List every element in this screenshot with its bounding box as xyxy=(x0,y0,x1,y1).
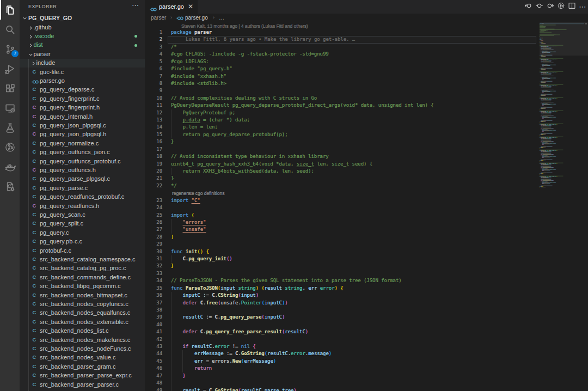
tree-file-pg-query-internal-h[interactable]: Cpg_query_internal.h xyxy=(20,112,145,121)
tree-file-src-backend-libpq-pqcomm-c[interactable]: Csrc_backend_libpq_pqcomm.c xyxy=(20,282,145,291)
code-token: pg_query_free_parse_result xyxy=(206,329,281,334)
code-token xyxy=(171,300,182,306)
go-file-icon xyxy=(176,16,183,22)
code-token: inputC xyxy=(182,292,200,298)
code-token: = xyxy=(200,388,209,391)
tree-file-src-backend-parser-parse-expr-c[interactable]: Csrc_backend_parser_parse_expr.c xyxy=(20,371,145,380)
tree-file-src-backend-nodes-makefuncs-c[interactable]: Csrc_backend_nodes_makefuncs.c xyxy=(20,335,145,344)
activity-item-remote-explorer[interactable] xyxy=(0,98,20,118)
tree-file-pg-query-fingerprint-c[interactable]: Cpg_query_fingerprint.c xyxy=(20,94,145,103)
tree-file-src-backend-nodes-extensible-c[interactable]: Csrc_backend_nodes_extensible.c xyxy=(20,317,145,326)
code-line-1: package parser xyxy=(171,29,212,36)
tree-file-src-backend-nodes-bitmapset-c[interactable]: Csrc_backend_nodes_bitmapset.c xyxy=(20,291,145,300)
activity-item-search[interactable] xyxy=(0,20,20,39)
explorer-more-icon[interactable]: ⋯ xyxy=(132,1,139,9)
tab-action-open-changes[interactable] xyxy=(534,2,544,13)
code-line-32: } xyxy=(171,262,174,270)
tab-action-git-graph-view[interactable] xyxy=(555,2,566,13)
tab-action-open-next-change[interactable] xyxy=(544,2,555,13)
tree-file-pg-query-deparse-c[interactable]: Cpg_query_deparse.c xyxy=(20,85,145,94)
tab-action-split-editor[interactable] xyxy=(566,2,577,13)
tree-file-guc-file-c[interactable]: Cguc-file.c xyxy=(20,68,145,76)
tree-file-src-backend-commands-define-c[interactable]: Csrc_backend_commands_define.c xyxy=(20,273,145,282)
c-file-icon: C xyxy=(32,238,37,244)
activity-item-docker[interactable] xyxy=(0,157,20,176)
tree-file-pg-query-pb-c-c[interactable]: Cpg_query.pb-c.c xyxy=(20,237,145,246)
tree-folder-include[interactable]: include xyxy=(20,59,145,68)
tree-folder-parser[interactable]: parser xyxy=(20,50,145,58)
code-token: input xyxy=(241,292,256,298)
activity-item-extensions[interactable] xyxy=(0,78,20,98)
close-icon[interactable]: ✕ xyxy=(188,3,193,10)
tree-file-pg-query-c[interactable]: Cpg_query.c xyxy=(20,228,145,237)
tree-file-pg-query-readfuncs-h[interactable]: Cpg_query_readfuncs.h xyxy=(20,201,145,210)
tree-file-src-backend-nodes-copyfuncs-c[interactable]: Csrc_backend_nodes_copyfuncs.c xyxy=(20,300,145,308)
extensions-icon xyxy=(4,83,16,94)
c-file-icon: C xyxy=(32,309,37,315)
tree-folder--vscode[interactable]: .vscode xyxy=(20,32,145,40)
tree-file-src-backend-parser-parser-c[interactable]: Csrc_backend_parser_parser.c xyxy=(20,380,145,389)
tree-file-pg-query-readfuncs-protobuf-c[interactable]: Cpg_query_readfuncs_protobuf.c xyxy=(20,193,145,201)
tree-file-pg-query-parse-c[interactable]: Cpg_query_parse.c xyxy=(20,184,145,192)
code-token: error xyxy=(291,351,305,356)
c-file-icon: C xyxy=(32,104,37,110)
code-token: return xyxy=(194,365,212,371)
tree-file-pg-query-outfuncs-protobuf-c[interactable]: Cpg_query_outfuncs_protobuf.c xyxy=(20,157,145,166)
breadcrumb-file[interactable]: parser.go xyxy=(185,15,208,21)
folder-root-row[interactable]: PG_QUERY_GO xyxy=(20,14,145,23)
activity-item-source-control[interactable]: 7 xyxy=(0,39,20,59)
tree-file-src-backend-parser-gram-c[interactable]: Csrc_backend_parser_gram.c xyxy=(20,362,145,371)
tree-file-pg-query-json-plpgsql-h[interactable]: Cpg_query_json_plpgsql.h xyxy=(20,130,145,139)
activity-item-run-and-debug[interactable] xyxy=(0,59,20,78)
tree-file-src-backend-catalog-pg-proc-c[interactable]: Csrc_backend_catalog_pg_proc.c xyxy=(20,264,145,273)
code-token: // Avoid complexities dealing with C str… xyxy=(171,95,317,101)
tree-file-protobuf-c-c[interactable]: Cprotobuf-c.c xyxy=(20,246,145,255)
tree-file-src-backend-nodes-nodefuncs-c[interactable]: Csrc_backend_nodes_nodeFuncs.c xyxy=(20,344,145,353)
codelens-regenerate-cgo[interactable]: regenerate cgo definitions xyxy=(172,191,224,196)
line-number: 45 xyxy=(145,358,162,365)
activity-item-explorer[interactable] xyxy=(0,0,20,20)
tab-parser-go[interactable]: parser.go ✕ xyxy=(145,0,198,14)
tree-file-pg-query-fingerprint-h[interactable]: Cpg_query_fingerprint.h xyxy=(20,103,145,112)
tree-file-pg-query-json-plpgsql-c[interactable]: Cpg_query_json_plpgsql.c xyxy=(20,121,145,130)
tree-file-src-backend-nodes-list-c[interactable]: Csrc_backend_nodes_list.c xyxy=(20,327,145,335)
code-token: return pg_query_deparse_protobuf(p); xyxy=(171,132,288,137)
tab-action-more-actions[interactable]: ⋯ xyxy=(577,2,588,13)
code-token xyxy=(171,388,182,391)
line-number: 14 xyxy=(145,124,162,131)
code-token: error xyxy=(320,285,335,291)
c-file-icon: C xyxy=(32,95,37,101)
tab-action-open-previous-change[interactable] xyxy=(523,2,534,13)
tree-item-label: pg_query_json_plpgsql.h xyxy=(40,131,106,137)
activity-item-makefile-tools[interactable] xyxy=(0,176,20,196)
c-file-icon: C xyxy=(32,337,37,343)
breadcrumb-symbol[interactable]: … xyxy=(219,15,224,21)
tree-item-label: src_backend_parser_parse_expr.c xyxy=(40,372,132,378)
code-token: } xyxy=(171,139,174,144)
tree-file-parser-go[interactable]: parser.go xyxy=(20,76,145,85)
c-file-icon: C xyxy=(32,345,37,351)
tree-folder--github[interactable]: .github xyxy=(20,23,145,32)
tree-file-src-backend-nodes-value-c[interactable]: Csrc_backend_nodes_value.c xyxy=(20,353,145,362)
breadcrumb-folder[interactable]: parser xyxy=(151,15,166,21)
code-line-36: inputC := C.CString(input) xyxy=(171,292,259,299)
line-number: 8 xyxy=(145,80,162,87)
line-number: 42 xyxy=(145,336,162,343)
code-editor[interactable]: Steven Kalt, 13 months ago | 4 authors (… xyxy=(145,22,588,391)
tree-item-label: src_backend_libpq_pqcomm.c xyxy=(40,283,121,289)
tree-file-pg-query-split-c[interactable]: Cpg_query_split.c xyxy=(20,219,145,228)
code-line-8: #include <stdlib.h> xyxy=(171,80,226,87)
tree-file-pg-query-parse-plpgsql-c[interactable]: Cpg_query_parse_plpgsql.c xyxy=(20,175,145,184)
c-file-icon: C xyxy=(32,158,37,164)
tree-file-pg-query-scan-c[interactable]: Cpg_query_scan.c xyxy=(20,210,145,219)
activity-item-testing[interactable] xyxy=(0,118,20,137)
gitlens-blame-header[interactable]: Steven Kalt, 13 months ago | 4 authors (… xyxy=(181,23,308,29)
activity-item-git-graph[interactable] xyxy=(0,137,20,157)
tree-file-pg-query-outfuncs-h[interactable]: Cpg_query_outfuncs.h xyxy=(20,166,145,174)
tree-file-src-backend-catalog-namespace-c[interactable]: Csrc_backend_catalog_namespace.c xyxy=(20,255,145,264)
tree-file-pg-query-normalize-c[interactable]: Cpg_query_normalize.c xyxy=(20,139,145,148)
code-token: != xyxy=(229,344,241,349)
tree-folder-dist[interactable]: dist xyxy=(20,41,145,50)
tree-file-pg-query-outfuncs-json-c[interactable]: Cpg_query_outfuncs_json.c xyxy=(20,148,145,157)
tree-file-src-backend-nodes-equalfuncs-c[interactable]: Csrc_backend_nodes_equalfuncs.c xyxy=(20,309,145,317)
